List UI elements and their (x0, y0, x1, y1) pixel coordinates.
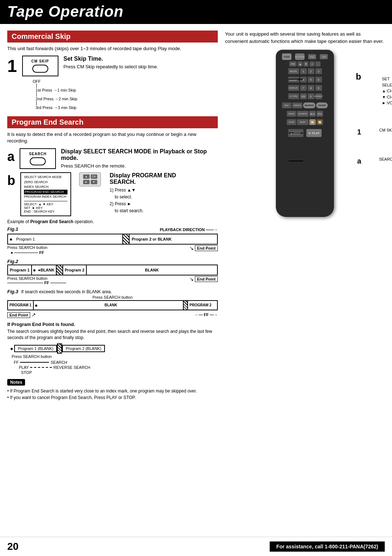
fig1-end-point: End Point (195, 245, 218, 251)
step-1-desc: Set Skip Time. Press CM Skip repeatedly … (64, 56, 218, 70)
skip-step-3: 3rd Press →3 min Skip (36, 105, 218, 110)
step-1-number: 1 (7, 57, 17, 75)
r-ff-btn[interactable]: ⏩ (309, 119, 316, 125)
search-button-icon (30, 157, 46, 165)
left-column: Commercial Skip This unit fast forwards … (7, 31, 218, 406)
r-power-btn[interactable]: PWR (282, 53, 291, 60)
r-arrow-dn[interactable]: ▼ (303, 61, 309, 67)
r-play-btn[interactable]: ► PLAY (306, 129, 322, 137)
zero-search: ZERO SEARCH (24, 180, 68, 185)
right-desc: Your unit is equipped with several time … (225, 31, 385, 45)
r-ch-btn[interactable]: CH (320, 54, 328, 59)
r-speed-btn[interactable]: SPEED (292, 102, 302, 108)
fig2-below: Press SEARCH button ————————— FF ———— ↘ … (7, 276, 218, 285)
fig3-blank: BLANK (39, 301, 183, 310)
r-arrow-up[interactable]: ▲ (298, 61, 303, 67)
prog-end-desc: It is easy to detect the end of a record… (7, 131, 218, 144)
r-num9[interactable]: 9 (315, 85, 322, 91)
skip-diagram: OFF 1st Press →1 min Skip 2nd Press →2 m… (29, 79, 218, 110)
b-ch-up: ▲:CH UP (382, 88, 392, 94)
r-rew-btn[interactable]: ⏪ (317, 119, 323, 125)
r-num1[interactable]: 1 (300, 68, 307, 74)
fig2-ff: ————————— FF ———— (7, 281, 66, 285)
remote-illustration: PWR ACTION VOL CH PR ▲ ▼ + - (250, 50, 359, 217)
fig3-search-btn: Press SEARCH button (7, 295, 218, 299)
r-vol-btn[interactable]: VOL (308, 54, 316, 59)
r-display-btn[interactable]: DISPLAY (288, 85, 299, 91)
fig2-blank1: ●BLANK (37, 265, 57, 275)
program-end-search-section: Program End Search It is easy to detect … (7, 116, 218, 401)
notes-badge: Notes (7, 379, 25, 386)
r-counter-dn[interactable]: - (315, 61, 320, 67)
r-num8[interactable]: 8 (308, 85, 314, 91)
press2-sub: to start search. (115, 208, 218, 214)
r-num4[interactable]: 4 (300, 77, 307, 82)
final-prog2: Program 2 (BLANK) (62, 345, 105, 352)
key-info: SELECT :▲ ▼ KEY SET :► KEY END : SEARCH … (24, 201, 68, 213)
r-num6[interactable]: 6 (315, 77, 322, 82)
b-callout-labels: SET SELECT ▲:CH UP ▼:CH DOWN ►:VOL UP (382, 76, 392, 106)
final-playback-diagram: ● Program 1 (BLANK) Program 2 (BLANK) Pr… (7, 343, 218, 375)
r-slow-btn[interactable]: SLOW (287, 119, 296, 125)
r-rec-btn[interactable]: REC (282, 102, 291, 108)
r-num3[interactable]: 3 (315, 68, 322, 74)
fig3-endpoint-box: End Point ↗ (7, 312, 36, 318)
fig3-container: Fig.3 If search exceeds few seconds in B… (7, 289, 218, 318)
ff-label: FF (14, 360, 19, 364)
fig2-end-point: End Point (195, 276, 218, 282)
r-action-btn[interactable]: ACTION (295, 53, 305, 60)
r-atype-btn[interactable]: A.TYPE (288, 93, 299, 99)
r-search-main-btn[interactable]: SEARCH (303, 102, 315, 108)
fig3-track: PROGRAM 1 ● BLANK PROGRAM 2 (7, 300, 218, 310)
r-idx-btn[interactable]: IDX (317, 111, 323, 117)
r-sleep-btn[interactable]: SLEEP (288, 77, 299, 82)
r-cmskip-main-btn[interactable]: CM SKIP (316, 102, 328, 108)
fig1-prog1: Program 1 (14, 234, 123, 244)
r-counter-btn[interactable]: COUNTER (297, 111, 309, 117)
b-ch-down: ▼:CH DOWN (382, 94, 392, 100)
r-blk-btn[interactable]: BLK (309, 111, 316, 117)
fig2-dot: ● (32, 267, 36, 273)
fig2-label: Fig.2 (7, 259, 18, 264)
r-mute-btn[interactable]: MUTE (288, 68, 299, 74)
key-end: END : SEARCH KEY (24, 210, 68, 213)
r-pause-btn[interactable]: PAUSE (287, 111, 296, 117)
press1: 1) Press ▲▼ (110, 187, 218, 194)
fig2-prog1: Program 1 (8, 265, 32, 275)
r-reset-btn[interactable]: RESET (297, 119, 309, 125)
callout-line-b (289, 79, 303, 80)
search-diagram: FF SEARCH PLAY REVERSE SEARCH STOP (10, 360, 218, 375)
fig2-prog2: Program 2 (63, 265, 87, 275)
b-select: SELECT (382, 82, 392, 88)
display-select-title: Display SELECT SEARCH MODE in Playback o… (61, 148, 218, 161)
reverse-label: REVERSE SEARCH (53, 365, 90, 370)
fig1-search-btn: Press SEARCH button ● —————— FF (7, 245, 48, 255)
r-100-btn[interactable]: 100 (300, 93, 307, 99)
cm-skip-label: CM SKIP (28, 59, 53, 63)
page-header: Tape Operation (0, 0, 392, 24)
fig3-label: Fig.3 (7, 289, 18, 294)
step-1-row: 1 CM SKIP Set Skip Time. Press CM Skip r… (7, 56, 218, 76)
cm-skip-icon (32, 65, 48, 73)
r-ch-down: ▼ (91, 180, 97, 184)
r-prog-btn[interactable]: PR (289, 61, 297, 67)
cm-skip-callout: CM SKIP (379, 128, 392, 132)
fig3-prog2: PROGRAM 2 (188, 301, 217, 310)
b-set: SET (382, 76, 392, 82)
r-num2[interactable]: 2 (308, 68, 314, 74)
example-label: Example of Program End Search operation. (7, 219, 218, 224)
callout-line-a (289, 161, 303, 161)
r-counter-up[interactable]: + (310, 61, 315, 67)
r-num0[interactable]: 0 (308, 93, 314, 99)
r-num5[interactable]: 5 (308, 77, 314, 82)
r-addelt-btn[interactable]: ADD/ELT (315, 93, 322, 99)
note-2: If you want to cancel Program End Search… (7, 394, 218, 401)
final-dot: ● (10, 346, 13, 351)
press-instructions: 1) Press ▲▼ to select. 2) Press ► to sta… (110, 187, 218, 215)
prog-end-search-title: Display PROGRAM ENDSEARCH. (110, 172, 218, 185)
search-arrow-label: SEARCH (50, 360, 67, 364)
search-label-text: SEARCH (25, 152, 50, 156)
note-1: If Program End Search is started very cl… (7, 388, 218, 394)
r-num7[interactable]: 7 (300, 85, 307, 91)
end-point-title: If Program End Point is found. (7, 322, 218, 327)
